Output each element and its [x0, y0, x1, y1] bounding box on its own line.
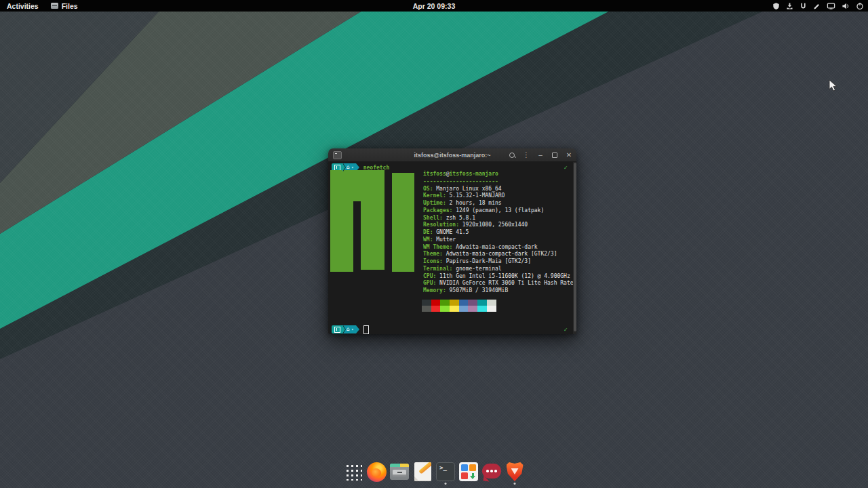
palette-row-normal	[422, 300, 496, 306]
mouse-cursor	[829, 79, 838, 96]
scrollbar[interactable]	[573, 162, 576, 334]
logo-middle-bar	[361, 170, 384, 270]
palette-swatch	[431, 306, 441, 312]
dock: >_	[0, 461, 868, 488]
window-titlebar[interactable]: itsfoss@itsfoss-manjaro:~ ⋮ – ✕	[328, 148, 576, 162]
activities-button[interactable]: Activities	[0, 0, 45, 12]
maximize-icon	[552, 152, 557, 158]
terminal-app-icon	[333, 151, 342, 159]
files-app-icon	[51, 3, 58, 9]
text-cursor[interactable]	[363, 325, 369, 334]
system-tray	[772, 0, 864, 12]
palette-swatch	[468, 300, 477, 306]
pen-icon[interactable]	[813, 2, 821, 10]
neofetch-line-wmtheme: WM Theme: Adwaita-maia-compact-dark	[423, 244, 574, 251]
desktop: Activities Files Apr 20 09:33	[0, 0, 868, 488]
exit-status-check: ✓	[564, 164, 568, 171]
firefox-icon	[367, 462, 387, 482]
palette-swatch	[431, 300, 441, 306]
dock-firefox[interactable]	[366, 461, 387, 485]
brave-icon	[507, 462, 524, 481]
power-icon[interactable]	[856, 2, 864, 10]
palette-swatch	[440, 306, 450, 312]
home-icon: ⌂	[347, 327, 350, 332]
terminal-color-palette	[422, 300, 496, 312]
files-icon	[390, 464, 409, 480]
palette-swatch	[440, 300, 450, 306]
neofetch-line-resolution: Resolution: 1920x1080, 2560x1440	[423, 222, 574, 229]
neofetch-line-de: DE: GNOME 41.5	[423, 229, 574, 237]
palette-swatch	[477, 306, 487, 312]
volume-icon[interactable]	[842, 2, 850, 10]
exit-status-check: ✓	[564, 326, 568, 333]
uget-icon[interactable]	[800, 2, 807, 10]
dock-text-editor[interactable]	[412, 461, 433, 485]
palette-swatch	[450, 300, 459, 306]
running-indicator	[514, 483, 516, 485]
logo-left-bar	[330, 170, 353, 272]
menu-button[interactable]: ⋮	[522, 148, 530, 161]
home-icon: ⌂	[347, 165, 350, 170]
top-bar: Activities Files Apr 20 09:33	[0, 0, 868, 12]
neofetch-separator: -----------------------	[423, 178, 574, 186]
updates-icon[interactable]	[786, 2, 793, 10]
palette-swatch	[422, 306, 431, 312]
neofetch-title: itsfoss@itsfoss-manjaro	[423, 171, 574, 178]
palette-swatch	[468, 306, 477, 312]
palette-swatch	[459, 300, 469, 306]
powerline-tip	[356, 325, 359, 333]
palette-swatch	[450, 306, 459, 312]
neofetch-line-gpu: GPU: NVIDIA GeForce RTX 3060 Ti Lite Has…	[423, 280, 574, 287]
neofetch-line-wm: WM: Mutter	[423, 237, 574, 244]
dock-terminal[interactable]: >_	[435, 461, 456, 485]
neofetch-manjaro-logo	[330, 170, 414, 272]
palette-swatch	[459, 306, 469, 312]
dock-brave[interactable]	[505, 461, 525, 485]
focused-app-menu[interactable]: Files	[45, 2, 83, 10]
neofetch-line-terminal: Terminal: gnome-terminal	[423, 266, 574, 273]
neofetch-line-icons: Icons: Papirus-Dark-Maia [GTK2/3]	[423, 258, 574, 266]
chat-icon	[482, 464, 501, 479]
terminal-body[interactable]: ⌂ ▾ neofetch ✓ itsfoss@itsfoss-manjaro -…	[328, 162, 576, 334]
dock-files[interactable]	[389, 461, 410, 485]
neofetch-line-os: OS: Manjaro Linux x86_64	[423, 186, 574, 193]
powerline-separator	[342, 163, 345, 171]
powerline-separator	[342, 325, 345, 333]
maximize-button[interactable]	[551, 148, 559, 161]
window-title: itsfoss@itsfoss-manjaro:~	[414, 152, 490, 159]
software-icon	[459, 462, 478, 481]
palette-row-bright	[422, 306, 496, 312]
neofetch-line-packages: Packages: 1249 (pacman), 13 (flatpak)	[423, 207, 574, 215]
shield-icon[interactable]	[772, 2, 780, 10]
prompt-line-current[interactable]: ⌂ ▾	[332, 325, 369, 333]
search-icon	[509, 152, 515, 158]
dock-chat[interactable]	[481, 461, 502, 485]
neofetch-line-memory: Memory: 9507MiB / 31940MiB	[423, 287, 574, 295]
clock[interactable]: Apr 20 09:33	[413, 2, 455, 10]
display-icon[interactable]	[827, 2, 835, 10]
palette-swatch	[487, 300, 496, 306]
prompt-os-segment	[332, 325, 342, 333]
chevron-down-icon: ▾	[351, 327, 354, 331]
text-editor-icon	[414, 462, 431, 481]
neofetch-line-kernel: Kernel: 5.15.32-1-MANJARO	[423, 192, 574, 200]
dock-software[interactable]	[458, 461, 479, 485]
show-apps-icon	[344, 463, 362, 481]
neofetch-line-theme: Theme: Adwaita-maia-compact-dark [GTK2/3…	[423, 251, 574, 258]
neofetch-line-uptime: Uptime: 2 hours, 18 mins	[423, 200, 574, 207]
dock-show-apps[interactable]	[343, 461, 363, 485]
palette-swatch	[477, 300, 487, 306]
manjaro-logo-icon	[334, 327, 340, 333]
terminal-icon: >_	[436, 462, 455, 481]
minimize-button[interactable]: –	[536, 148, 545, 161]
neofetch-line-shell: Shell: zsh 5.8.1	[423, 215, 574, 222]
close-button[interactable]: ✕	[565, 148, 573, 161]
running-indicator	[445, 483, 447, 485]
palette-swatch	[487, 306, 496, 312]
scrollbar-handle[interactable]	[574, 163, 576, 331]
search-button[interactable]	[508, 148, 516, 161]
neofetch-info: itsfoss@itsfoss-manjaro ----------------…	[423, 171, 574, 295]
chevron-down-icon: ▾	[351, 165, 354, 169]
logo-right-bar	[392, 173, 414, 272]
palette-swatch	[422, 300, 431, 306]
